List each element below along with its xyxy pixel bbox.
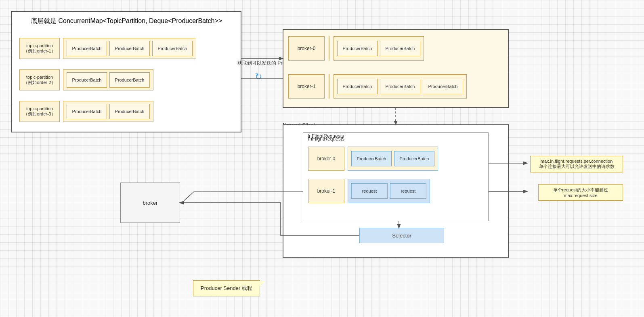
broker-row-1: broker-1 ProducerBatch ProducerBatch Pro… [288, 73, 467, 100]
broker-1-label: broker-1 [288, 74, 325, 99]
producer-batch: ProducerBatch [337, 41, 378, 56]
broker-1-batches: ProducerBatch ProducerBatch ProducerBatc… [334, 74, 467, 99]
tp-label-2: topic-partition（例如order-2） [19, 69, 60, 90]
producer-batch-blue: ProducerBatch [394, 151, 434, 166]
inflight-broker-0-row: broker-0 ProducerBatch ProducerBatch [308, 145, 438, 172]
batch-container-1: ProducerBatch ProducerBatch ProducerBatc… [63, 38, 196, 59]
producer-batch: ProducerBatch [109, 104, 150, 119]
broker-0-batches: ProducerBatch ProducerBatch [334, 36, 424, 61]
annotation-max-request-size: 单个request的大小不能超过max.request.size [538, 184, 623, 201]
tp-label-3: topic-partition（例如order-3） [19, 101, 60, 122]
tp-row-1: topic-partition（例如order-1） ProducerBatch… [19, 37, 196, 60]
broker-batches-box: broker-0 ProducerBatch ProducerBatch bro… [283, 29, 509, 108]
producer-batch: ProducerBatch [109, 72, 150, 88]
inflight-box: InFlightRequests broker-0 ProducerBatch … [303, 132, 489, 221]
producer-batch: ProducerBatch [67, 72, 107, 88]
inflight-broker-1-batches: request request [348, 179, 430, 203]
producer-batch: ProducerBatch [67, 104, 107, 119]
broker-row-0: broker-0 ProducerBatch ProducerBatch [288, 35, 424, 62]
tp-row-2: topic-partition（例如order-2） ProducerBatch… [19, 69, 153, 91]
diagram: 底层就是 ConcurrentMap<TopicPartition, Deque… [0, 0, 644, 317]
inflight-broker-1-label: broker-1 [308, 179, 344, 203]
accumulator-title: 底层就是 ConcurrentMap<TopicPartition, Deque… [12, 17, 241, 25]
inflight-broker-0-label: broker-0 [308, 147, 344, 171]
annotation-max-inflight: max.in.flight.requests.per.connection单个连… [530, 156, 623, 172]
request-batch: request [390, 183, 426, 199]
sender-label: Producer Sender 线程 [193, 280, 260, 296]
broker-label: broker [143, 200, 158, 206]
producer-batch: ProducerBatch [380, 41, 420, 56]
producer-batch: ProducerBatch [380, 79, 420, 94]
accumulator-box: 底层就是 ConcurrentMap<TopicPartition, Deque… [11, 11, 241, 132]
selector-label: Selector [392, 233, 411, 239]
inflight-broker-0-batches: ProducerBatch ProducerBatch [348, 147, 438, 171]
tp-label-1: topic-partition（例如order-1） [19, 38, 60, 59]
inflight-broker-1-row: broker-1 request request [308, 177, 430, 205]
producer-batch-blue: ProducerBatch [351, 151, 392, 166]
producer-batch: ProducerBatch [152, 41, 193, 56]
batch-container-2: ProducerBatch ProducerBatch [63, 69, 153, 90]
broker-standalone-box: broker [120, 183, 180, 223]
producer-batch: ProducerBatch [337, 79, 378, 94]
tp-row-3: topic-partition（例如order-3） ProducerBatch… [19, 100, 153, 123]
selector-box: Selector [359, 228, 444, 243]
producer-batch: ProducerBatch [109, 41, 150, 56]
producer-batch: ProducerBatch [423, 79, 463, 94]
inflight-title: InFlightRequests [308, 133, 344, 139]
request-batch: request [351, 183, 388, 199]
batch-container-3: ProducerBatch ProducerBatch [63, 101, 153, 122]
svg-text:↻: ↻ [255, 71, 262, 82]
broker-0-label: broker-0 [288, 36, 325, 61]
producer-batch: ProducerBatch [67, 41, 107, 56]
